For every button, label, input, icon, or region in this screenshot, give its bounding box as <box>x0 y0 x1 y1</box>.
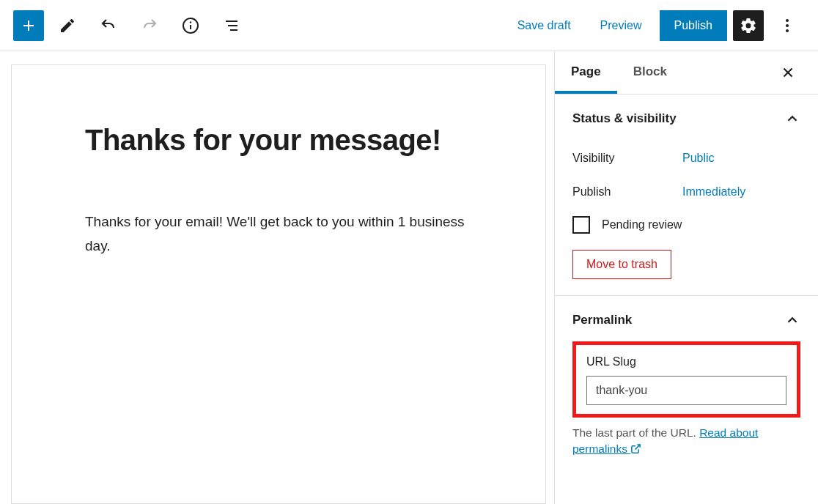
panel-status-visibility: Status & visibility Visibility Public Pu… <box>555 94 818 296</box>
more-options-button[interactable] <box>770 8 805 43</box>
page-body[interactable]: Thanks for your email! We'll get back to… <box>85 210 472 259</box>
toolbar-left-group <box>13 8 249 43</box>
close-icon <box>780 64 796 81</box>
move-to-trash-button[interactable]: Move to trash <box>572 250 671 279</box>
outline-button[interactable] <box>214 8 249 43</box>
url-slug-highlight: URL Slug <box>572 341 800 418</box>
sidebar-tabs: Page Block <box>555 51 818 94</box>
save-draft-button[interactable]: Save draft <box>506 12 583 40</box>
list-outline-icon <box>223 17 240 34</box>
panel-title: Permalink <box>572 313 632 327</box>
url-slug-input[interactable] <box>586 376 786 405</box>
pending-review-checkbox[interactable] <box>572 216 590 234</box>
row-visibility: Visibility Public <box>572 141 800 175</box>
settings-button[interactable] <box>733 10 764 41</box>
visibility-label: Visibility <box>572 152 682 165</box>
redo-icon <box>141 17 158 34</box>
preview-button[interactable]: Preview <box>589 12 654 40</box>
pending-review-label: Pending review <box>602 218 682 231</box>
visibility-value[interactable]: Public <box>682 152 715 165</box>
chevron-up-icon <box>784 111 800 127</box>
row-publish: Publish Immediately <box>572 175 800 209</box>
pencil-icon <box>59 17 76 34</box>
svg-point-9 <box>786 24 789 27</box>
slug-help-prefix: The last part of the URL. <box>572 426 699 439</box>
tab-page[interactable]: Page <box>555 51 617 94</box>
page-frame: Thanks for your message! Thanks for your… <box>11 64 546 504</box>
tab-block[interactable]: Block <box>617 51 683 94</box>
editor-canvas: Thanks for your message! Thanks for your… <box>0 51 554 504</box>
toolbar-right-group: Save draft Preview Publish <box>506 8 805 43</box>
publish-button[interactable]: Publish <box>660 10 727 41</box>
gear-icon <box>740 17 757 34</box>
edit-mode-button[interactable] <box>50 8 85 43</box>
close-sidebar-button[interactable] <box>780 58 809 87</box>
chevron-up-icon <box>784 312 800 328</box>
settings-sidebar: Page Block Status & visibility Visibilit… <box>554 51 818 504</box>
info-button[interactable] <box>173 8 208 43</box>
panel-header-status-visibility[interactable]: Status & visibility <box>572 111 800 127</box>
editor-top-toolbar: Save draft Preview Publish <box>0 0 818 51</box>
svg-point-8 <box>786 19 789 22</box>
panel-permalink: Permalink URL Slug The last part of the … <box>555 296 818 474</box>
svg-line-13 <box>635 445 641 450</box>
editor-main: Thanks for your message! Thanks for your… <box>0 51 818 504</box>
page-title[interactable]: Thanks for your message! <box>85 124 472 157</box>
url-slug-label: URL Slug <box>586 355 786 368</box>
panel-title: Status & visibility <box>572 111 677 126</box>
info-icon <box>182 17 199 34</box>
plus-icon <box>20 17 37 34</box>
svg-point-4 <box>190 21 191 23</box>
undo-icon <box>100 17 117 34</box>
add-block-button[interactable] <box>13 10 44 41</box>
svg-point-10 <box>786 29 789 32</box>
external-link-icon <box>630 443 641 454</box>
row-pending-review: Pending review <box>572 209 800 247</box>
publish-value[interactable]: Immediately <box>682 185 745 199</box>
panel-body-status-visibility: Visibility Public Publish Immediately Pe… <box>572 127 800 279</box>
url-slug-help-text: The last part of the URL. Read about per… <box>572 425 800 458</box>
kebab-icon <box>778 17 796 34</box>
redo-button[interactable] <box>132 8 167 43</box>
publish-label: Publish <box>572 185 682 199</box>
undo-button[interactable] <box>91 8 126 43</box>
panel-header-permalink[interactable]: Permalink <box>572 312 800 328</box>
